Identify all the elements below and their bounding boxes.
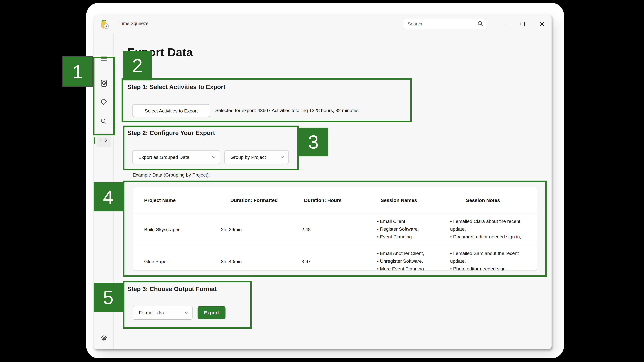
settings-gear-icon bbox=[100, 335, 107, 341]
annotation-badge-4: 4 bbox=[94, 182, 123, 211]
annotation-box-3 bbox=[123, 126, 298, 170]
sidebar-item-settings[interactable] bbox=[94, 335, 114, 341]
annotation-badge-5: 5 bbox=[94, 283, 123, 312]
minimize-button[interactable] bbox=[494, 15, 513, 33]
titlebar: Time Squeeze Search bbox=[94, 15, 552, 33]
example-data-label: Example Data (Grouping by Project): bbox=[132, 172, 210, 177]
maximize-button[interactable] bbox=[513, 15, 532, 33]
annotation-badge-1: 1 bbox=[62, 56, 93, 87]
annotation-badge-3: 3 bbox=[298, 128, 328, 156]
close-button[interactable] bbox=[532, 15, 552, 33]
annotation-box-4 bbox=[123, 181, 547, 277]
annotation-box-1 bbox=[93, 57, 115, 135]
annotation-badge-2: 2 bbox=[123, 51, 152, 80]
selected-indicator bbox=[94, 137, 95, 144]
export-icon bbox=[100, 137, 108, 143]
screenshot-canvas: Time Squeeze Search bbox=[0, 0, 644, 362]
app-title: Time Squeeze bbox=[120, 21, 148, 26]
search-icon bbox=[478, 21, 483, 26]
window-controls bbox=[494, 15, 552, 33]
search-input[interactable]: Search bbox=[403, 18, 487, 29]
annotation-box-2 bbox=[122, 78, 412, 122]
search-placeholder: Search bbox=[408, 21, 422, 26]
app-logo-icon bbox=[100, 19, 109, 29]
annotation-box-5 bbox=[123, 281, 252, 329]
